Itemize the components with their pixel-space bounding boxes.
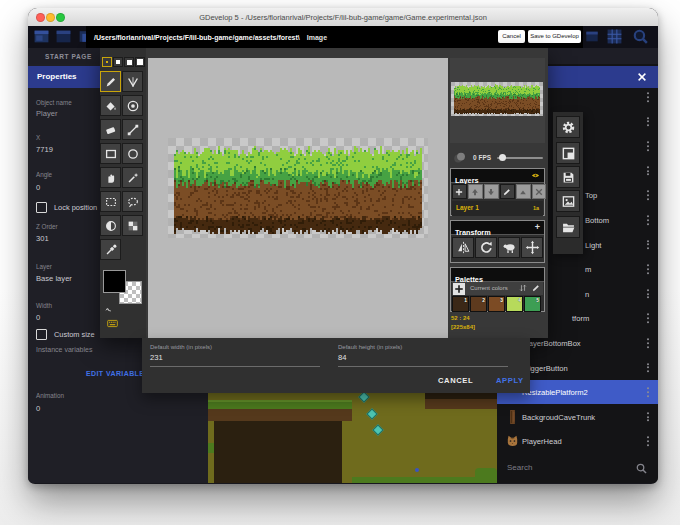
zoom-window-button[interactable] xyxy=(56,13,65,22)
angle-value[interactable]: 0 xyxy=(36,183,40,192)
layer-up-button[interactable] xyxy=(468,184,483,199)
add-palette-button[interactable] xyxy=(453,283,465,295)
close-window-button[interactable] xyxy=(36,13,45,22)
lasso-select-tool[interactable] xyxy=(122,191,143,212)
toolbar-panel-icon[interactable] xyxy=(55,28,72,45)
move-hand-tool[interactable] xyxy=(100,167,121,188)
vertical-mirror-pen-tool[interactable] xyxy=(122,71,143,92)
header-save-button[interactable]: Save to GDevelop xyxy=(528,30,581,43)
sprite-canvas[interactable] xyxy=(168,138,428,238)
minimize-window-button[interactable] xyxy=(46,13,55,22)
row-menu-icon[interactable] xyxy=(647,141,649,151)
piskel-drawing-canvas-area[interactable] xyxy=(148,58,448,338)
object-row-BackgroudCaveTrunk[interactable]: BackgroudCaveTrunk xyxy=(497,405,658,430)
rectangle-tool[interactable] xyxy=(100,143,121,164)
keyboard-shortcuts-icon[interactable] xyxy=(103,318,122,329)
row-menu-icon[interactable] xyxy=(647,314,649,324)
center-drawing-button[interactable] xyxy=(521,237,543,258)
toolbar-partial-icon[interactable] xyxy=(585,28,599,45)
fps-slider-knob[interactable] xyxy=(499,154,506,161)
row-menu-icon[interactable] xyxy=(647,240,649,250)
palette-swatch-1[interactable]: 1 xyxy=(452,296,469,312)
circle-tool[interactable] xyxy=(122,143,143,164)
eraser-tool[interactable] xyxy=(100,119,121,140)
color-picker-tool[interactable] xyxy=(100,239,121,260)
objects-search-row[interactable]: Search xyxy=(497,457,658,483)
palette-swatch-4[interactable]: 4 xyxy=(506,296,523,312)
flip-tool-button[interactable] xyxy=(452,237,474,258)
palette-swatch-5[interactable]: 5 xyxy=(524,296,541,312)
dithering-tool[interactable] xyxy=(122,215,143,236)
row-menu-icon[interactable] xyxy=(647,166,649,176)
open-folder-icon[interactable] xyxy=(556,216,580,238)
toolbar-grid-icon[interactable] xyxy=(606,28,623,45)
lighten-darken-tool[interactable] xyxy=(100,215,121,236)
custom-size-checkbox[interactable] xyxy=(36,329,47,340)
object-row-PlayerHead[interactable]: PlayerHead xyxy=(497,429,658,454)
layer-visibility-eye-icon[interactable] xyxy=(530,171,541,180)
add-layer-button[interactable] xyxy=(452,184,467,199)
toolbar-window-icon[interactable] xyxy=(33,28,50,45)
edit-palette-icon[interactable] xyxy=(531,283,541,293)
pen-tool[interactable] xyxy=(100,71,121,92)
header-cancel-button[interactable]: Cancel xyxy=(498,30,525,43)
paint-all-bucket-tool[interactable] xyxy=(122,95,143,116)
z-order-value[interactable]: 301 xyxy=(36,234,49,243)
paint-bucket-tool[interactable] xyxy=(100,95,121,116)
animation-value[interactable]: 0 xyxy=(36,404,40,413)
close-objects-panel-icon[interactable] xyxy=(636,71,648,83)
row-menu-icon[interactable] xyxy=(647,363,649,373)
row-menu-icon[interactable] xyxy=(647,412,649,422)
default-height-input[interactable]: 84 xyxy=(338,353,508,367)
onion-skin-icon[interactable] xyxy=(452,150,467,165)
row-menu-icon[interactable] xyxy=(647,92,649,102)
swap-colors-icon[interactable] xyxy=(104,300,117,313)
x-value[interactable]: 7719 xyxy=(36,145,53,154)
palette-dropdown[interactable]: Current colors xyxy=(470,285,508,291)
layer-row[interactable]: Layer 1 1a xyxy=(452,201,543,216)
merge-layer-button[interactable] xyxy=(516,184,531,199)
pen-size-4-button[interactable] xyxy=(135,57,145,67)
row-menu-icon[interactable] xyxy=(647,191,649,201)
stroke-tool[interactable] xyxy=(122,119,143,140)
layer-value[interactable]: Base layer xyxy=(36,274,72,283)
pen-size-2-button[interactable] xyxy=(113,57,123,67)
row-menu-icon[interactable] xyxy=(647,387,649,397)
window-titlebar[interactable]: GDevelop 5 - /Users/florianrival/Project… xyxy=(28,8,658,27)
primary-color-swatch[interactable] xyxy=(103,270,126,293)
pen-size-3-button[interactable] xyxy=(124,57,134,67)
row-menu-icon[interactable] xyxy=(647,289,649,299)
magic-wand-select-tool[interactable] xyxy=(122,167,143,188)
tab-start-page[interactable]: START PAGE xyxy=(45,48,92,64)
palette-swatch-2[interactable]: 2 xyxy=(470,296,487,312)
edit-variables-button[interactable]: EDIT VARIABLES xyxy=(86,370,149,377)
rectangle-select-tool[interactable] xyxy=(100,191,121,212)
row-menu-icon[interactable] xyxy=(647,117,649,127)
toolbar-zoom-icon[interactable] xyxy=(632,28,649,45)
lock-position-checkbox[interactable] xyxy=(36,202,47,213)
pen-size-1-button[interactable] xyxy=(102,57,112,67)
custom-size-row[interactable]: Custom size xyxy=(36,329,95,340)
objects-search-input[interactable]: Search xyxy=(507,463,532,472)
row-menu-icon[interactable] xyxy=(647,264,649,274)
row-menu-icon[interactable] xyxy=(647,437,649,447)
layer-down-button[interactable] xyxy=(484,184,499,199)
lock-position-row[interactable]: Lock position xyxy=(36,202,97,213)
dialog-apply-button[interactable]: APPLY xyxy=(496,376,524,385)
transform-expand-icon[interactable]: + xyxy=(535,221,540,233)
settings-gear-icon[interactable] xyxy=(556,116,580,138)
save-icon[interactable] xyxy=(556,166,580,188)
dialog-cancel-button[interactable]: CANCEL xyxy=(438,376,473,385)
rotate-tool-button[interactable] xyxy=(475,237,497,258)
row-menu-icon[interactable] xyxy=(647,338,649,348)
object-name-value[interactable]: Player xyxy=(36,109,58,118)
sort-palette-icon[interactable] xyxy=(518,283,528,293)
palette-swatch-3[interactable]: 3 xyxy=(488,296,505,312)
clone-layers-button[interactable] xyxy=(498,237,520,258)
row-menu-icon[interactable] xyxy=(647,215,649,225)
resize-frame-icon[interactable] xyxy=(556,142,580,164)
delete-layer-button[interactable] xyxy=(532,184,547,199)
default-width-input[interactable]: 231 xyxy=(150,353,320,367)
width-value[interactable]: 0 xyxy=(36,313,40,322)
rename-layer-button[interactable] xyxy=(500,184,515,199)
